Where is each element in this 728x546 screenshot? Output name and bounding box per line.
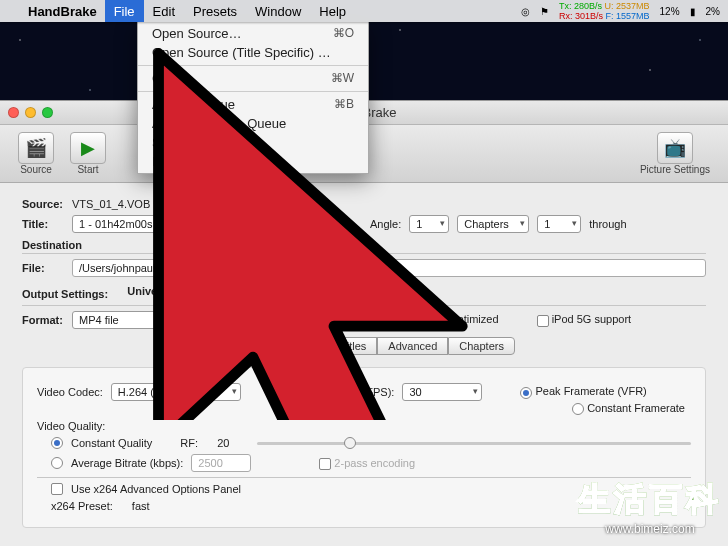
two-pass-label: 2-pass encoding — [334, 457, 415, 469]
source-label: Source: — [22, 198, 64, 210]
menu-open-source-title[interactable]: Open Source (Title Specific) … — [138, 43, 368, 62]
average-bitrate-radio[interactable] — [51, 457, 63, 469]
fps-label: Framerate (FPS): — [309, 386, 395, 398]
menu-edit[interactable]: Edit — [144, 0, 184, 22]
battery-percent: 12% — [660, 6, 680, 17]
format-label: Format: — [22, 314, 64, 326]
menu-presets[interactable]: Presets — [184, 0, 246, 22]
watermark-url: www.bimeiz.com — [578, 522, 722, 536]
x264-preset-label: x264 Preset: — [51, 500, 113, 512]
picture-settings-button[interactable]: 📺Picture Settings — [634, 132, 716, 175]
web-optimized-label: Web optimized — [426, 313, 499, 325]
average-bitrate-label: Average Bitrate (kbps): — [71, 457, 183, 469]
tab-audio[interactable]: Audio — [263, 337, 313, 355]
angle-label: Angle: — [370, 218, 401, 230]
format-select[interactable]: MP4 file — [72, 311, 202, 329]
two-pass-checkbox — [319, 458, 331, 470]
ipod-label: iPod 5G support — [552, 313, 632, 325]
menu-start-encoding[interactable]: Start Encoding — [138, 133, 368, 152]
menubar-icon-creative[interactable]: ◎ — [521, 6, 530, 17]
divider — [22, 305, 706, 306]
app-menu[interactable]: HandBrake — [20, 4, 105, 19]
title-select[interactable]: 1 - 01h42m00s — [72, 215, 322, 233]
os-menubar: HandBrake File Edit Presets Window Help … — [0, 0, 728, 22]
menu-separator — [138, 65, 368, 66]
menu-close[interactable]: Close⌘W — [138, 69, 368, 88]
menu-add-to-queue[interactable]: Add To Queue⌘B — [138, 95, 368, 114]
adv-panel-checkbox[interactable] — [51, 483, 63, 495]
output-preset: Universal — [127, 285, 177, 297]
chapter-from-select[interactable]: 1 — [537, 215, 581, 233]
constant-quality-label: Constant Quality — [71, 437, 152, 449]
menu-pause-encoding: Pause Encoding — [138, 152, 368, 171]
file-field[interactable]: /Users/johnpaulapostol/Desktop/VTS_01_4.… — [72, 259, 706, 277]
file-label: File: — [22, 262, 64, 274]
title-label: Title: — [22, 218, 64, 230]
corner-percent: 2% — [706, 6, 720, 17]
large-file-label: Large file size — [305, 313, 373, 325]
codec-label: Video Codec: — [37, 386, 103, 398]
watermark: 生活百科 www.bimeiz.com — [578, 478, 722, 536]
menu-add-all-titles[interactable]: Add All Titles To Queue — [138, 114, 368, 133]
quality-slider[interactable] — [257, 442, 691, 445]
tab-advanced[interactable]: Advanced — [377, 337, 448, 355]
x264-preset-value: fast — [132, 500, 150, 512]
menubar-icon-flag[interactable]: ⚑ — [540, 6, 549, 17]
start-button[interactable]: ▶Start — [64, 132, 112, 175]
file-menu-dropdown: Open Source…⌘O Open Source (Title Specif… — [137, 22, 369, 174]
network-stats: Tx: 280B/s U: 2537MB Rx: 301B/s F: 1557M… — [559, 1, 650, 21]
divider — [22, 253, 706, 254]
constant-quality-radio[interactable] — [51, 437, 63, 449]
quality-label: Video Quality: — [37, 420, 105, 432]
peak-framerate-radio[interactable] — [520, 387, 532, 399]
destination-section: Destination — [22, 239, 706, 251]
peak-framerate-label: Peak Framerate (VFR) — [536, 385, 647, 397]
menu-file[interactable]: File — [105, 0, 144, 22]
tabstrip: Video Audio Subtitles Advanced Chapters — [22, 337, 706, 355]
through-label: through — [589, 218, 626, 230]
codec-select[interactable]: H.264 (x264) — [111, 383, 241, 401]
battery-icon: ▮ — [690, 6, 696, 17]
source-value: VTS_01_4.VOB — [72, 198, 150, 210]
mode-select[interactable]: Chapters — [457, 215, 529, 233]
rf-value: 20 — [217, 437, 229, 449]
menu-separator — [138, 91, 368, 92]
output-settings-label: Output Settings: — [22, 288, 108, 300]
web-optimized-checkbox[interactable] — [411, 315, 423, 327]
watermark-text: 生活百科 — [578, 478, 722, 522]
menu-open-source[interactable]: Open Source…⌘O — [138, 24, 368, 43]
constant-framerate-radio[interactable] — [572, 403, 584, 415]
ipod-checkbox[interactable] — [537, 315, 549, 327]
tab-chapters[interactable]: Chapters — [448, 337, 515, 355]
constant-framerate-label: Constant Framerate — [587, 402, 685, 414]
menu-help[interactable]: Help — [310, 0, 355, 22]
bitrate-field[interactable]: 2500 — [191, 454, 251, 472]
fps-select[interactable]: 30 — [402, 383, 482, 401]
tab-video[interactable]: Video — [213, 337, 263, 355]
adv-panel-label: Use x264 Advanced Options Panel — [71, 483, 241, 495]
tab-subtitles[interactable]: Subtitles — [313, 337, 377, 355]
menu-window[interactable]: Window — [246, 0, 310, 22]
angle-select[interactable]: 1 — [409, 215, 449, 233]
source-button[interactable]: 🎬Source — [12, 132, 60, 175]
rf-label: RF: — [180, 437, 198, 449]
large-file-checkbox[interactable] — [290, 315, 302, 327]
